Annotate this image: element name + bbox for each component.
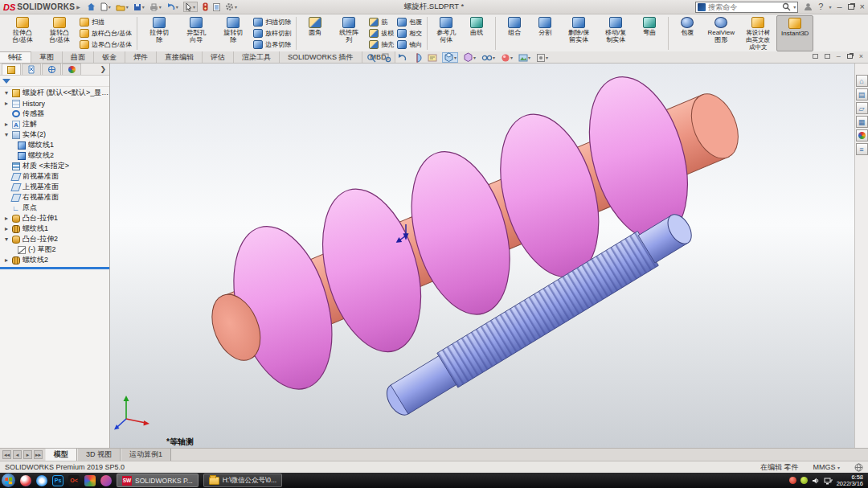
hole-wizard-button[interactable]: 异型孔 向导 xyxy=(178,15,215,51)
custom-properties-icon[interactable]: ≡ xyxy=(856,143,868,155)
login-user-icon[interactable] xyxy=(804,2,813,11)
colorful-app-icon[interactable] xyxy=(84,475,96,486)
tray-red-app-icon[interactable] xyxy=(789,477,796,484)
file-properties-button[interactable] xyxy=(213,3,220,11)
options-button[interactable]: ▾ xyxy=(225,2,237,11)
doc-restore-button[interactable] xyxy=(847,54,853,59)
tree-item-body-2[interactable]: 螺纹线2 xyxy=(0,150,109,161)
boundary-boss-button[interactable]: 边界凸台/基体 xyxy=(78,39,133,50)
tab-property-manager[interactable] xyxy=(22,64,41,75)
reference-geometry-button[interactable]: 参考几 何体 xyxy=(431,15,461,51)
filter-funnel-icon[interactable] xyxy=(2,79,10,84)
previous-view-icon[interactable] xyxy=(396,52,407,63)
tree-item-annotations[interactable]: ▸A 注解 xyxy=(0,119,109,129)
taskbar-clock[interactable]: 6:58 2022/3/16 xyxy=(837,474,866,487)
view-palette-icon[interactable]: ▦ xyxy=(856,116,868,128)
tags-globe-icon[interactable] xyxy=(854,463,863,472)
wrap-button[interactable]: 包覆 xyxy=(672,15,702,51)
tree-item-right-plane[interactable]: 右视基准面 xyxy=(0,192,109,203)
tab-configurations[interactable] xyxy=(42,64,61,75)
command-search[interactable]: ▾ xyxy=(695,2,798,13)
rib-button[interactable]: 筋 xyxy=(367,17,395,27)
doc-tile-icon[interactable] xyxy=(825,54,830,59)
select-button[interactable]: ▾ xyxy=(183,2,198,12)
unit-system-selector[interactable]: MMGS ▾ xyxy=(813,463,840,471)
taskbar-folder-button[interactable]: H:\微信公众号\0... xyxy=(203,474,283,487)
boundary-cut-button[interactable]: 边界切除 xyxy=(252,39,293,50)
print-button[interactable]: ▾ xyxy=(149,3,162,11)
revolve-boss-button[interactable]: 旋转凸 台/基体 xyxy=(41,15,78,51)
tree-item-top-plane[interactable]: 上视基准面 xyxy=(0,182,109,192)
tree-item-thread1[interactable]: ▸ 螺纹线1 xyxy=(0,223,109,234)
view-orientation-icon[interactable]: ▾ xyxy=(442,52,458,63)
red-circle-app-icon[interactable] xyxy=(20,475,31,486)
graphics-viewport[interactable]: *等轴测 xyxy=(110,64,854,448)
tree-translate-button[interactable]: 将设计树 由英文改 成中文 xyxy=(739,15,776,51)
tree-item-boss-extrude2[interactable]: ▾ 凸台-拉伸2 xyxy=(0,234,109,244)
tab-direct-editing[interactable]: 直接编辑 xyxy=(157,51,203,63)
doc-minimize-button[interactable]: – xyxy=(837,52,841,60)
tab-scroll-left-button[interactable]: ◂ xyxy=(13,450,22,459)
tab-feature-tree[interactable] xyxy=(2,64,21,75)
loft-cut-button[interactable]: 放样切割 xyxy=(252,28,293,39)
flex-button[interactable]: 弯曲 xyxy=(634,15,665,51)
tab-scroll-right-button[interactable]: ▸ xyxy=(23,450,32,459)
tab-render-tools[interactable]: 渲染工具 xyxy=(234,51,280,63)
tab-motion-study[interactable]: 运动算例1 xyxy=(121,449,171,461)
doc-cascade-icon[interactable] xyxy=(813,54,818,59)
extrude-boss-button[interactable]: 拉伸凸 台/基体 xyxy=(4,15,41,51)
move-copy-body-button[interactable]: 移动/复 制实体 xyxy=(597,15,634,51)
tree-item-boss-extrude1[interactable]: ▸ 凸台-拉伸1 xyxy=(0,213,109,223)
sweep-button[interactable]: 扫描 xyxy=(78,17,133,27)
tab-features[interactable]: 特征 xyxy=(0,51,31,63)
mirror-button[interactable]: 镜向 xyxy=(395,39,424,50)
appearances-scenes-icon[interactable] xyxy=(856,129,868,141)
panel-expand-arrow[interactable]: ❯ xyxy=(100,65,106,73)
split-button[interactable]: 分割 xyxy=(530,15,560,51)
browser-app-icon[interactable] xyxy=(36,475,47,486)
taskbar-solidworks-button[interactable]: SW SOLIDWORKS P... xyxy=(117,474,199,487)
doc-close-button[interactable]: × xyxy=(859,52,863,60)
zoom-area-icon[interactable] xyxy=(381,52,392,63)
open-button[interactable]: ▾ xyxy=(116,3,129,11)
tree-item-sensors[interactable]: 传感器 xyxy=(0,109,109,119)
design-library-icon[interactable]: ▤ xyxy=(856,88,868,100)
tab-3d-views[interactable]: 3D 视图 xyxy=(77,449,121,461)
view-settings-icon[interactable]: ▾ xyxy=(535,52,549,63)
tree-root-part[interactable]: ▾ 螺旋杆 (默认<<默认>_显示状态 1>) xyxy=(0,88,109,98)
volume-icon[interactable] xyxy=(812,477,820,485)
network-icon[interactable] xyxy=(824,477,833,485)
tab-sheet-metal[interactable]: 钣金 xyxy=(94,51,125,63)
tree-item-solid-bodies[interactable]: ▾ 实体(2) xyxy=(0,129,109,140)
fillet-button[interactable]: 圆角 xyxy=(300,15,330,51)
tab-scroll-last-button[interactable]: ▸▸ xyxy=(34,450,43,459)
search-input[interactable] xyxy=(708,3,780,11)
hide-show-items-icon[interactable]: ▾ xyxy=(481,52,496,63)
draft-button[interactable]: 拔模 xyxy=(367,28,395,39)
rollback-bar[interactable] xyxy=(0,267,109,269)
instant3d-button[interactable]: Instant3D xyxy=(776,15,813,51)
start-button[interactable] xyxy=(2,474,15,487)
tab-evaluate[interactable]: 评估 xyxy=(203,51,234,63)
tab-sketch[interactable]: 草图 xyxy=(31,51,63,63)
help-button[interactable]: ? xyxy=(818,2,823,11)
wrap-small-button[interactable]: 包覆 xyxy=(395,17,424,27)
undo-button[interactable]: ▾ xyxy=(166,3,178,11)
display-style-icon[interactable]: ▾ xyxy=(462,52,477,63)
intersect-button[interactable]: 相交 xyxy=(395,28,424,39)
tab-scroll-first-button[interactable]: ◂◂ xyxy=(2,450,11,459)
save-button[interactable]: ▾ xyxy=(133,3,145,11)
loft-boss-button[interactable]: 放样凸台/基体 xyxy=(78,28,133,39)
tree-item-history[interactable]: ▸ History xyxy=(0,98,109,109)
tree-item-body-1[interactable]: 螺纹线1 xyxy=(0,140,109,150)
sweep-cut-button[interactable]: 扫描切除 xyxy=(252,17,293,27)
photoshop-app-icon[interactable]: Ps xyxy=(52,475,63,486)
tab-solidworks-addins[interactable]: SOLIDWORKS 插件 xyxy=(280,51,362,63)
realview-button[interactable]: RealView 图形 xyxy=(702,15,739,51)
tree-item-sketch2[interactable]: (-) 草图2 xyxy=(0,244,109,255)
delete-keep-body-button[interactable]: 删除/保 留实体 xyxy=(560,15,597,51)
pink-app-icon[interactable] xyxy=(100,475,112,486)
annotation-view-icon[interactable] xyxy=(427,52,438,63)
tab-model[interactable]: 模型 xyxy=(45,449,77,461)
tree-item-material[interactable]: 材质 <未指定> xyxy=(0,161,109,171)
